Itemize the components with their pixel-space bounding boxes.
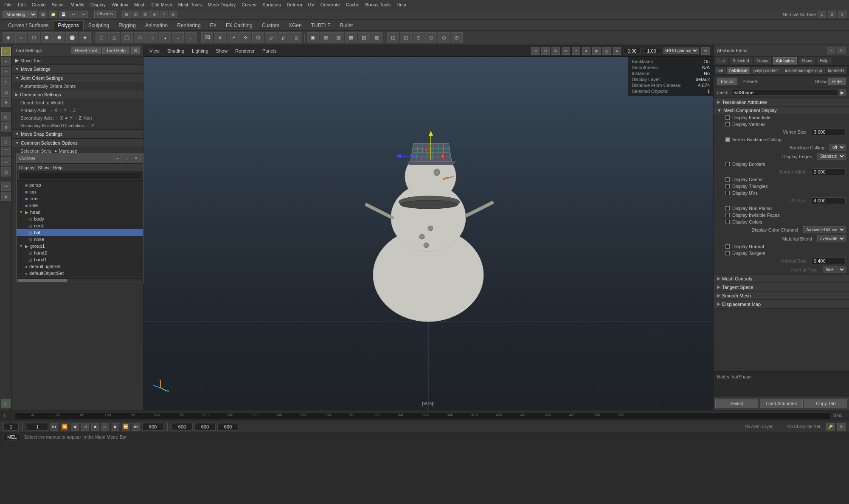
- menu-uv[interactable]: UV: [306, 1, 317, 8]
- tree-item-nose[interactable]: ◎ nose: [17, 236, 143, 243]
- displacement-header[interactable]: ▶ Displacement Map: [714, 300, 849, 308]
- tree-item-hat[interactable]: ◎ hat: [17, 229, 143, 236]
- vp-input-1[interactable]: [624, 48, 641, 54]
- attr-editor-minimize[interactable]: ─: [827, 47, 835, 54]
- mesh-component-header[interactable]: ▼ Mesh Component Display: [714, 106, 849, 114]
- tree-item-body[interactable]: ◎ body: [17, 216, 143, 222]
- menu-edit[interactable]: Edit: [15, 1, 28, 8]
- move-settings-header[interactable]: ▼ Move Settings: [12, 64, 143, 73]
- tab-fx[interactable]: FX: [205, 20, 221, 30]
- vp-icon-4[interactable]: ⊗: [562, 47, 570, 55]
- material-blend-select[interactable]: overwrite add multiply: [817, 235, 846, 242]
- menu-curves[interactable]: Curves: [239, 1, 259, 8]
- attr-tab-list[interactable]: List: [715, 57, 728, 64]
- menu-surfaces[interactable]: Surfaces: [260, 1, 283, 8]
- viewport-3d[interactable]: x y z: [143, 57, 713, 410]
- tb-paint[interactable]: ⬡: [28, 32, 40, 43]
- tb-poly6[interactable]: ⬧: [159, 32, 171, 43]
- tb-tool4[interactable]: ⊹: [239, 32, 251, 43]
- prev-keyframe[interactable]: ⏪: [61, 423, 68, 431]
- vertex-size-input[interactable]: [812, 129, 846, 135]
- tb-disp4[interactable]: ▦: [345, 32, 357, 43]
- vp-icon-5[interactable]: ⌖: [572, 47, 580, 55]
- range-start-input[interactable]: 1: [27, 423, 48, 431]
- tb-disp3[interactable]: ▥: [332, 32, 344, 43]
- snap-icon-4[interactable]: ⊗: [150, 11, 159, 18]
- vp-icon-9[interactable]: ◈: [613, 47, 621, 55]
- tb-poly4[interactable]: ⬭: [134, 32, 146, 43]
- attr-editor-close[interactable]: ✕: [837, 47, 846, 54]
- outliner-menu-show[interactable]: Show: [38, 165, 50, 170]
- outliner-maximize[interactable]: □: [123, 154, 131, 162]
- tb-poly7[interactable]: ⬩: [172, 32, 184, 43]
- playback-end-2[interactable]: [217, 423, 239, 431]
- menu-mesh[interactable]: Mesh: [132, 1, 148, 8]
- move-snap-header[interactable]: ▼ Move Snap Settings: [12, 129, 143, 138]
- tool-snap-point[interactable]: △: [1, 137, 11, 146]
- tb-tool1[interactable]: ⌧: [201, 32, 213, 43]
- menu-mesh-display[interactable]: Mesh Display: [205, 1, 238, 8]
- tool-render[interactable]: ◈: [1, 192, 11, 201]
- attr-tab-attributes[interactable]: Attributes: [773, 57, 797, 64]
- select-button[interactable]: Select: [715, 399, 758, 408]
- tool-settings-close[interactable]: ✕: [131, 47, 140, 54]
- tb-lasso[interactable]: ○: [15, 32, 27, 43]
- snap-icon-5[interactable]: ⌖: [160, 11, 168, 18]
- hide-button[interactable]: Hide: [828, 78, 846, 85]
- tool-scale[interactable]: ⊡: [1, 87, 11, 97]
- vp-icon-1[interactable]: ⊞: [531, 47, 540, 55]
- anim-icon-1[interactable]: 🔑: [826, 423, 835, 431]
- common-selection-header[interactable]: ▼ Common Selection Options: [12, 138, 143, 147]
- vp-icon-8[interactable]: ◎: [602, 47, 611, 55]
- tb-tool7[interactable]: ⌮: [278, 32, 290, 43]
- display-color-channel-select[interactable]: Ambient+Diffuse: [803, 226, 846, 233]
- menu-deform[interactable]: Deform: [284, 1, 304, 8]
- tb-snap5[interactable]: ◶: [438, 32, 450, 43]
- obj-tab-polycylinder[interactable]: polyCylinder1: [751, 67, 782, 74]
- next-keyframe[interactable]: ⏩: [122, 423, 129, 431]
- normal-type-select[interactable]: face vertex: [823, 266, 846, 273]
- tb-tool5[interactable]: ⌬: [252, 32, 264, 43]
- snap-icon-3[interactable]: ⊠: [141, 11, 149, 18]
- tool-universal[interactable]: ⊕: [1, 98, 11, 107]
- tree-item-head[interactable]: ▼ ▶ head: [17, 209, 143, 216]
- tool-soft-select[interactable]: ◎: [1, 112, 11, 121]
- tb-poly2[interactable]: △: [108, 32, 120, 43]
- tab-rigging[interactable]: Rigging: [114, 20, 141, 30]
- vp-input-2[interactable]: [643, 48, 660, 54]
- anim-icon-2[interactable]: ⚙: [837, 423, 846, 431]
- tb-tool3[interactable]: ⍻: [227, 32, 239, 43]
- tab-animation[interactable]: Animation: [141, 20, 172, 30]
- play-back[interactable]: ◁: [81, 423, 89, 431]
- mode-icon-4[interactable]: ↩: [69, 11, 78, 18]
- play-forward[interactable]: ▷: [101, 423, 109, 431]
- tool-snap-curve[interactable]: ⌒: [1, 147, 11, 156]
- tree-item-defaultlightset[interactable]: ● defaultLightSet: [17, 263, 143, 270]
- render-quality[interactable]: 1: [818, 11, 826, 18]
- tool-paint-attr[interactable]: ✏: [1, 182, 11, 191]
- menu-display[interactable]: Display: [88, 1, 108, 8]
- tb-disp5[interactable]: ▧: [358, 32, 370, 43]
- tab-sculpting[interactable]: Sculpting: [84, 20, 114, 30]
- attr-tab-show[interactable]: Show: [798, 57, 815, 64]
- uv-size-input[interactable]: [812, 197, 846, 204]
- menu-generate[interactable]: Generate: [318, 1, 343, 8]
- tb-select[interactable]: ◉: [3, 32, 14, 43]
- tree-item-neck[interactable]: ◎ neck: [17, 222, 143, 229]
- menu-bonus-tools[interactable]: Bonus Tools: [363, 1, 394, 8]
- tab-fx-caching[interactable]: FX Caching: [221, 20, 257, 30]
- tb-group4[interactable]: ◈: [79, 32, 91, 43]
- attr-tab-selected[interactable]: Selected: [730, 57, 752, 64]
- vp-icon-2[interactable]: ⊡: [541, 47, 550, 55]
- render-quality-3[interactable]: 3: [838, 11, 846, 18]
- outliner-minimize[interactable]: ─: [113, 154, 122, 162]
- menu-help[interactable]: Help: [394, 1, 409, 8]
- tessellation-header[interactable]: ▶ Tessellation Attributes: [714, 98, 849, 106]
- snap-icon-1[interactable]: ⊞: [122, 11, 131, 18]
- mode-icon-5[interactable]: ↪: [79, 11, 88, 18]
- viewport-menu-lighting[interactable]: Lighting: [189, 48, 211, 54]
- menu-cache[interactable]: Cache: [343, 1, 362, 8]
- outliner-close[interactable]: ✕: [132, 154, 141, 162]
- smooth-mesh-header[interactable]: ▶ Smooth Mesh: [714, 291, 849, 300]
- orientation-settings-header[interactable]: ▶ Orientation Settings: [12, 90, 143, 99]
